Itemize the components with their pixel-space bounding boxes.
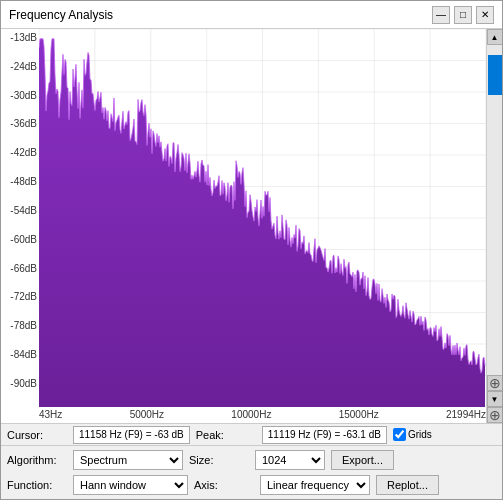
grids-checkbox-wrap[interactable]: Grids [393, 428, 432, 441]
axis-label: Axis: [194, 479, 254, 491]
title-bar: Frequency Analysis — □ ✕ [1, 1, 502, 29]
scroll-search-bottom[interactable]: ⊕ [487, 407, 503, 423]
peak-label: Peak: [196, 429, 256, 441]
frequency-analysis-window: Frequency Analysis — □ ✕ -13dB-24dB-30dB… [0, 0, 503, 500]
window-title: Frequency Analysis [9, 8, 113, 22]
y-axis: -13dB-24dB-30dB-36dB-42dB-48dB-54dB-60dB… [1, 29, 39, 407]
y-axis-label: -30dB [3, 91, 37, 101]
y-axis-label: -60dB [3, 235, 37, 245]
ctrl-row-bottom: Function: Hann windowHamming windowBlack… [7, 474, 496, 496]
y-axis-label: -48dB [3, 177, 37, 187]
chart-plot-area [39, 29, 486, 407]
cursor-value: 11158 Hz (F9) = -63 dB [73, 426, 190, 444]
grids-label: Grids [408, 429, 432, 440]
grids-checkbox[interactable] [393, 428, 406, 441]
maximize-button[interactable]: □ [454, 6, 472, 24]
function-select[interactable]: Hann windowHamming windowBlackman window… [73, 475, 188, 495]
y-axis-label: -84dB [3, 350, 37, 360]
x-axis-label: 43Hz [39, 409, 62, 423]
controls-bar: Algorithm: SpectrumAutocorrelationCepstr… [1, 445, 502, 499]
function-label: Function: [7, 479, 67, 491]
y-axis-label: -13dB [3, 33, 37, 43]
status-bar: Cursor: 11158 Hz (F9) = -63 dB Peak: 111… [1, 423, 502, 445]
export-button[interactable]: Export... [331, 450, 394, 470]
peak-value: 11119 Hz (F9) = -63.1 dB [262, 426, 387, 444]
x-axis-label: 15000Hz [339, 409, 379, 423]
frequency-chart [39, 29, 486, 407]
x-axis-label: 21994Hz [446, 409, 486, 423]
x-axis-label: 10000Hz [231, 409, 271, 423]
axis-select[interactable]: Linear frequencyLog frequencyPitch [260, 475, 370, 495]
algorithm-label: Algorithm: [7, 454, 67, 466]
scroll-track[interactable] [487, 45, 502, 375]
replot-button[interactable]: Replot... [376, 475, 439, 495]
y-axis-label: -66dB [3, 264, 37, 274]
minimize-button[interactable]: — [432, 6, 450, 24]
scroll-thumb[interactable] [488, 55, 502, 95]
y-axis-label: -24dB [3, 62, 37, 72]
y-axis-label: -90dB [3, 379, 37, 389]
size-select[interactable]: 2565121024204840968192 [255, 450, 325, 470]
chart-main: -13dB-24dB-30dB-36dB-42dB-48dB-54dB-60dB… [1, 29, 486, 423]
y-axis-label: -72dB [3, 292, 37, 302]
cursor-label: Cursor: [7, 429, 67, 441]
size-label: Size: [189, 454, 249, 466]
ctrl-row-top: Algorithm: SpectrumAutocorrelationCepstr… [7, 449, 496, 471]
y-axis-label: -78dB [3, 321, 37, 331]
vertical-scrollbar[interactable]: ▲ ⊕ ▼ ⊕ [486, 29, 502, 423]
scroll-up-button[interactable]: ▲ [487, 29, 503, 45]
scroll-search-top[interactable]: ⊕ [487, 375, 503, 391]
y-axis-label: -36dB [3, 119, 37, 129]
title-bar-buttons: — □ ✕ [432, 6, 494, 24]
close-button[interactable]: ✕ [476, 6, 494, 24]
x-axis: 43Hz5000Hz10000Hz15000Hz21994Hz [39, 407, 486, 423]
y-axis-label: -42dB [3, 148, 37, 158]
y-axis-label: -54dB [3, 206, 37, 216]
algorithm-select[interactable]: SpectrumAutocorrelationCepstrum [73, 450, 183, 470]
chart-canvas-wrap: -13dB-24dB-30dB-36dB-42dB-48dB-54dB-60dB… [1, 29, 486, 407]
scroll-down-button[interactable]: ▼ [487, 391, 503, 407]
x-axis-label: 5000Hz [130, 409, 164, 423]
chart-area: -13dB-24dB-30dB-36dB-42dB-48dB-54dB-60dB… [1, 29, 502, 423]
